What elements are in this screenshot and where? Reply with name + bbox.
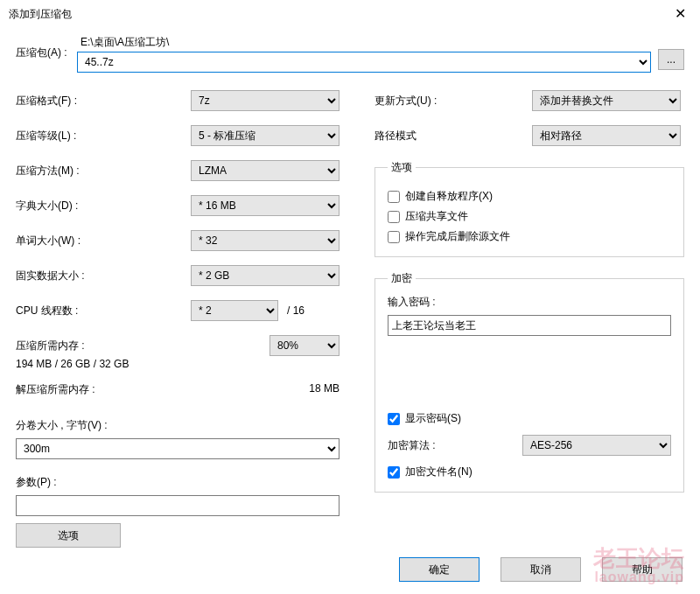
decomp-value: 18 MB — [309, 382, 340, 397]
cancel-button[interactable]: 取消 — [500, 557, 581, 582]
ok-button[interactable]: 确定 — [399, 557, 480, 582]
cpu-select[interactable]: * 2 — [191, 300, 278, 321]
options-legend: 选项 — [388, 160, 416, 175]
show-password-checkbox[interactable] — [388, 413, 400, 425]
enc-filenames-checkbox[interactable] — [388, 466, 400, 479]
close-icon[interactable]: ✕ — [669, 5, 691, 23]
word-label: 单词大小(W) : — [16, 234, 191, 248]
encryption-legend: 加密 — [388, 271, 416, 286]
password-label: 输入密码 : — [388, 295, 671, 310]
cpu-label: CPU 线程数 : — [16, 304, 191, 318]
word-select[interactable]: * 32 — [191, 230, 340, 251]
vol-combo[interactable]: 300m — [16, 438, 340, 459]
solid-label: 固实数据大小 : — [16, 269, 191, 283]
solid-select[interactable]: * 2 GB — [191, 265, 340, 286]
decomp-label: 解压缩所需内存 : — [16, 382, 95, 397]
mem-select[interactable]: 80% — [270, 335, 340, 356]
format-label: 压缩格式(F) : — [16, 94, 191, 108]
help-button[interactable]: 帮助 — [602, 557, 682, 582]
archive-name-combo[interactable]: 45..7z — [77, 52, 651, 73]
window-title: 添加到压缩包 — [9, 7, 72, 22]
level-label: 压缩等级(L) : — [16, 129, 191, 143]
enc-alg-select[interactable]: AES-256 — [522, 435, 671, 456]
level-select[interactable]: 5 - 标准压缩 — [191, 125, 340, 146]
archive-path: E:\桌面\A压缩工坊\ — [77, 35, 651, 52]
shared-checkbox[interactable] — [388, 211, 400, 223]
param-input[interactable] — [16, 495, 340, 516]
dict-select[interactable]: * 16 MB — [191, 195, 340, 216]
dict-label: 字典大小(D) : — [16, 199, 191, 213]
delete-label: 操作完成后删除源文件 — [405, 229, 510, 244]
mem-label: 压缩所需内存 : — [16, 339, 85, 353]
method-select[interactable]: LZMA — [191, 160, 340, 181]
vol-label: 分卷大小 , 字节(V) : — [16, 418, 340, 433]
mem-values: 194 MB / 26 GB / 32 GB — [16, 358, 340, 370]
cpu-total: / 16 — [287, 304, 304, 317]
enc-alg-label: 加密算法 : — [388, 438, 522, 453]
pathmode-label: 路径模式 — [374, 129, 532, 143]
enc-filenames-label: 加密文件名(N) — [405, 465, 472, 479]
sfx-checkbox[interactable] — [388, 191, 400, 203]
update-label: 更新方式(U) : — [374, 94, 532, 108]
password-input[interactable] — [388, 315, 671, 336]
archive-label: 压缩包(A) : — [16, 35, 70, 60]
browse-button[interactable]: ... — [658, 49, 684, 70]
sfx-label: 创建自释放程序(X) — [405, 189, 493, 204]
shared-label: 压缩共享文件 — [405, 209, 468, 224]
update-select[interactable]: 添加并替换文件 — [532, 90, 681, 111]
options-fieldset: 选项 创建自释放程序(X) 压缩共享文件 操作完成后删除源文件 — [374, 160, 684, 257]
delete-checkbox[interactable] — [388, 231, 400, 243]
method-label: 压缩方法(M) : — [16, 164, 191, 178]
show-password-label: 显示密码(S) — [405, 411, 461, 426]
encryption-fieldset: 加密 输入密码 : 显示密码(S) 加密算法 : AES-256 加密文件名(N… — [374, 271, 684, 493]
options-button[interactable]: 选项 — [16, 523, 121, 548]
pathmode-select[interactable]: 相对路径 — [532, 125, 681, 146]
param-label: 参数(P) : — [16, 475, 340, 490]
format-select[interactable]: 7z — [191, 90, 340, 111]
